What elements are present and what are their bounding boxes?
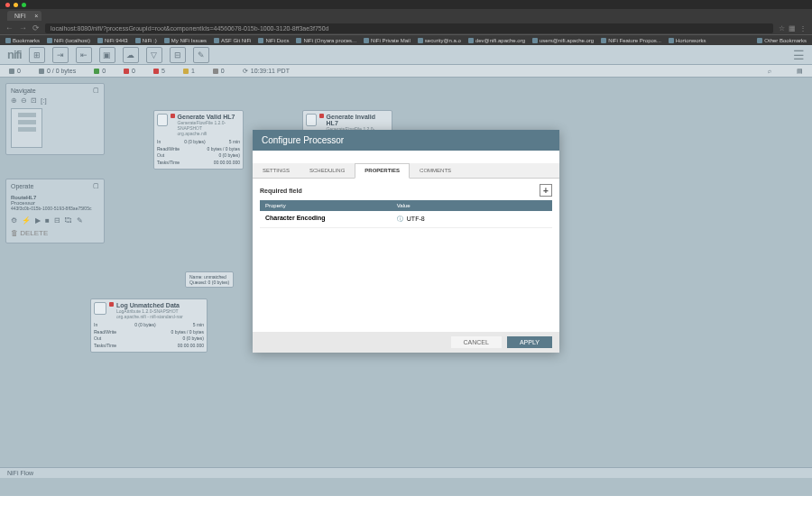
bookmark-icon [418,38,423,43]
property-name: Character Encoding [265,215,326,221]
bookmark-item[interactable]: NiFi 9443 [97,38,128,43]
bookmark-icon [47,38,52,43]
extension-icon[interactable]: ▦ [789,24,796,32]
running-count: 0 [102,68,106,74]
bookmark-icon [164,38,170,43]
unknown-icon [213,69,218,74]
add-process-group-icon[interactable]: ▣ [99,47,115,63]
th-property: Property [260,200,392,211]
running-icon [94,69,99,74]
bookmark-item[interactable]: dev@nifi.apache.org [468,38,525,43]
required-label: Required field [260,188,302,194]
app-toolbar: nifi ⊞ ⇥ ⇤ ▣ ☁ ▽ ⊟ ✎ ☰ [0,45,812,65]
menu-icon[interactable]: ⋮ [799,24,807,32]
bookmark-icon [296,38,301,43]
browser-tab[interactable]: NiFi × [7,11,42,21]
browser-tab-bar: NiFi × [0,9,812,22]
bookmark-item[interactable]: NiFi Feature Propos... [601,38,661,43]
refresh-icon[interactable]: ⟳ [243,68,248,75]
tab-scheduling[interactable]: SCHEDULING [300,163,355,178]
cancel-button[interactable]: CANCEL [451,336,502,348]
minimize-window-icon[interactable] [14,3,18,7]
apply-button[interactable]: APPLY [507,336,552,348]
tab-comments[interactable]: COMMENTS [410,163,461,178]
active-count: 0 [17,68,21,74]
bookmark-item[interactable]: Hortonworks [669,38,706,43]
bookmark-icon [532,38,538,43]
bookmark-item[interactable]: users@nifi.apache.org [532,38,594,43]
url-bar: ← → ⟳ localhost:8080/nifi/?processGroupI… [0,22,812,34]
bookmark-icon [214,38,219,43]
add-input-port-icon[interactable]: ⇥ [52,47,69,63]
property-value: UTF-8 [407,216,425,222]
bulletin-icon[interactable]: ▤ [797,68,803,75]
bookmark-item[interactable]: NiFi Private Mail [364,38,411,43]
disabled-count: 1 [191,68,195,74]
flow-canvas[interactable]: Navigate▢ ⊕ ⊖ ⊡ [:] Operate▢ RouteHL7 Pr… [0,78,812,467]
window-controls [0,0,812,9]
bookmark-icon [601,38,606,43]
bookmark-item[interactable]: Bookmarks [5,38,40,43]
active-threads-icon [9,69,14,74]
bookmark-icon [135,38,141,43]
bookmark-icon [5,38,11,43]
invalid-count: 5 [161,68,165,74]
dialog-tabs: SETTINGS SCHEDULING PROPERTIES COMMENTS [253,163,559,179]
nifi-logo: nifi [7,48,22,61]
status-bar: 0 0 / 0 bytes 0 0 5 1 0 ⟳10:39:11 PDT ⌕ … [0,65,812,78]
info-icon[interactable]: ⓘ [397,216,403,222]
bookmark-item[interactable]: NiFi Docs [258,38,289,43]
stopped-count: 0 [132,68,135,74]
star-icon[interactable]: ☆ [779,24,785,32]
dialog-title: Configure Processor [253,130,559,151]
bookmark-icon [258,38,263,43]
bookmark-icon [364,38,369,43]
bookmark-icon [468,38,474,43]
add-label-icon[interactable]: ✎ [193,47,209,63]
th-value: Value [392,200,552,211]
bookmark-item[interactable]: NiFi :) [135,38,157,43]
bookmark-icon [97,38,103,43]
other-bookmarks[interactable]: Other Bookmarks [757,38,807,43]
stopped-icon [124,69,129,74]
tab-title: NiFi [14,13,25,19]
bookmark-item[interactable]: ASF Git NiFi [214,38,251,43]
tab-properties[interactable]: PROPERTIES [355,163,410,179]
bookmark-icon [669,38,674,43]
breadcrumb-bar: NiFi Flow [0,467,812,478]
address-input[interactable]: localhost:8080/nifi/?processGroupId=root… [45,23,773,33]
add-output-port-icon[interactable]: ⇤ [76,47,92,63]
close-window-icon[interactable] [5,3,10,7]
tab-settings[interactable]: SETTINGS [253,163,300,178]
bookmark-item[interactable]: NiFi (Onyara proces... [296,38,356,43]
invalid-icon [153,69,159,74]
close-tab-icon[interactable]: × [34,13,38,19]
configure-processor-dialog: Configure Processor SETTINGS SCHEDULING … [253,130,559,353]
queued-count: 0 / 0 bytes [47,68,76,74]
bookmark-item[interactable]: My NiFi Issues [164,38,207,43]
unknown-count: 0 [221,68,225,74]
bookmark-item[interactable]: security@n.a.o [418,38,461,43]
disabled-icon [183,69,189,74]
hamburger-menu-icon[interactable]: ☰ [793,48,805,62]
properties-table: Property Value Character Encoding ⓘUTF-8 [260,200,552,228]
modal-overlay: Configure Processor SETTINGS SCHEDULING … [0,78,812,467]
reload-icon[interactable]: ⟳ [32,23,40,32]
add-funnel-icon[interactable]: ▽ [146,47,162,63]
maximize-window-icon[interactable] [22,3,26,7]
add-remote-group-icon[interactable]: ☁ [123,47,139,63]
forward-icon[interactable]: → [19,23,27,32]
add-processor-icon[interactable]: ⊞ [29,47,45,63]
back-icon[interactable]: ← [5,23,14,32]
search-icon[interactable]: ⌕ [768,68,771,74]
folder-icon [757,38,762,43]
bookmarks-bar: Bookmarks NiFi (localhost) NiFi 9443 NiF… [0,34,812,45]
queued-icon [39,69,44,74]
breadcrumb[interactable]: NiFi Flow [7,470,33,476]
add-template-icon[interactable]: ⊟ [170,47,186,63]
add-property-button[interactable]: + [540,184,552,197]
status-time: 10:39:11 PDT [251,68,290,74]
property-row[interactable]: Character Encoding ⓘUTF-8 [260,211,552,228]
bookmark-item[interactable]: NiFi (localhost) [47,38,90,43]
